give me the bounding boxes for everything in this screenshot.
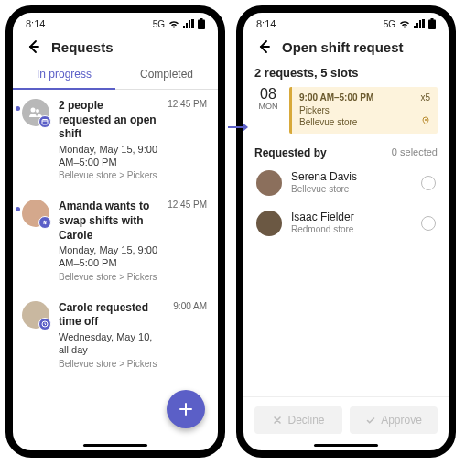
person-name: Isaac Fielder [291,211,412,223]
shift-row: 08 MON 9:00 AM–5:00 PM Pickers Bellevue … [243,87,449,141]
svg-rect-0 [198,20,205,30]
tab-in-progress[interactable]: In progress [13,60,115,90]
person-name: Serena Davis [291,170,412,183]
tab-completed[interactable]: Completed [115,60,218,90]
radio-select[interactable] [421,216,436,231]
svg-point-3 [31,108,36,113]
plus-icon [178,401,194,417]
svg-rect-1 [200,18,203,20]
request-meta: Bellevue store > Pickers [59,271,158,283]
requested-by-header: Requested by 0 selected [243,141,449,163]
shift-card[interactable]: 9:00 AM–5:00 PM Pickers Bellevue store x… [289,87,438,134]
request-item[interactable]: Carole requested time off Wednesday, May… [13,292,218,379]
wifi-icon [399,19,410,28]
status-time: 8:14 [256,18,276,29]
gesture-bar [314,444,378,447]
request-time: 12:45 PM [168,200,207,282]
request-subtitle: Monday, May 15, 9:00 AM–5:00 PM [59,143,158,169]
decline-label: Decline [287,414,324,427]
request-title: Amanda wants to swap shifts with Carole [59,200,158,243]
signal-icon [414,19,425,28]
avatar-group-icon [22,99,49,126]
request-meta: Bellevue store > Pickers [59,358,164,370]
shift-group: Pickers [299,104,430,117]
status-time: 8:14 [26,18,45,29]
shift-time: 9:00 AM–5:00 PM [299,92,430,104]
gesture-bar [83,444,147,447]
header: Requests [13,31,218,60]
request-time: 12:45 PM [168,99,207,181]
status-network: 5G [153,19,165,29]
battery-icon [428,18,436,29]
phone-right: 8:14 5G Open shift request 2 requests, 5… [236,5,456,458]
person-row[interactable]: Isaac Fielder Redmond store [243,203,449,243]
summary-text: 2 requests, 5 slots [243,60,449,87]
check-icon [365,415,376,426]
avatar [256,170,282,196]
date-number: 08 [254,87,282,102]
phone-left: 8:14 5G Requests In progress Completed [5,5,225,458]
back-button[interactable] [254,38,271,55]
approve-label: Approve [381,414,422,427]
svg-point-4 [36,109,39,113]
status-bar: 8:14 5G [13,13,218,31]
page-title: Requests [51,39,114,55]
request-item[interactable]: 2 people requested an open shift Monday,… [13,90,218,190]
page-title: Open shift request [282,39,404,55]
footer-actions: Decline Approve [243,396,449,450]
person-store: Bellevue store [291,184,412,195]
shift-store: Bellevue store [299,116,430,129]
avatar [256,211,282,236]
avatar [22,200,49,227]
date-day: MON [254,102,282,111]
x-icon [272,415,283,426]
flow-arrow-icon [227,119,251,138]
requested-by-label: Requested by [254,146,327,159]
person-row[interactable]: Serena Davis Bellevue store [243,163,449,203]
wifi-icon [168,19,179,28]
date-column: 08 MON [254,87,282,134]
signal-icon [183,19,194,28]
svg-point-11 [425,119,427,121]
request-title: 2 people requested an open shift [59,99,158,142]
radio-select[interactable] [421,176,436,190]
approve-button[interactable]: Approve [350,406,438,434]
header: Open shift request [243,31,449,60]
selected-count: 0 selected [392,146,438,159]
request-subtitle: Monday, May 15, 9:00 AM–5:00 PM [59,243,158,270]
svg-rect-9 [431,18,434,20]
tabs: In progress Completed [13,60,218,90]
request-time: 9:00 AM [173,301,207,370]
fab-add-button[interactable] [167,390,205,428]
calendar-badge-icon [38,115,51,128]
status-bar: 8:14 5G [243,13,449,31]
request-title: Carole requested time off [59,301,164,330]
request-item[interactable]: Amanda wants to swap shifts with Carole … [13,190,218,291]
battery-icon [198,18,205,29]
decline-button[interactable]: Decline [254,406,342,434]
svg-rect-8 [428,20,436,30]
back-button[interactable] [24,38,40,55]
svg-rect-5 [42,120,48,125]
shift-count: x5 [420,92,430,104]
request-subtitle: Wednesday, May 10, all day [59,330,164,357]
location-pin-icon [421,116,430,129]
person-store: Redmond store [291,224,412,235]
request-meta: Bellevue store > Pickers [59,169,158,181]
swap-badge-icon [38,216,51,229]
clock-badge-icon [38,318,51,330]
avatar [22,301,49,329]
status-network: 5G [384,19,395,29]
